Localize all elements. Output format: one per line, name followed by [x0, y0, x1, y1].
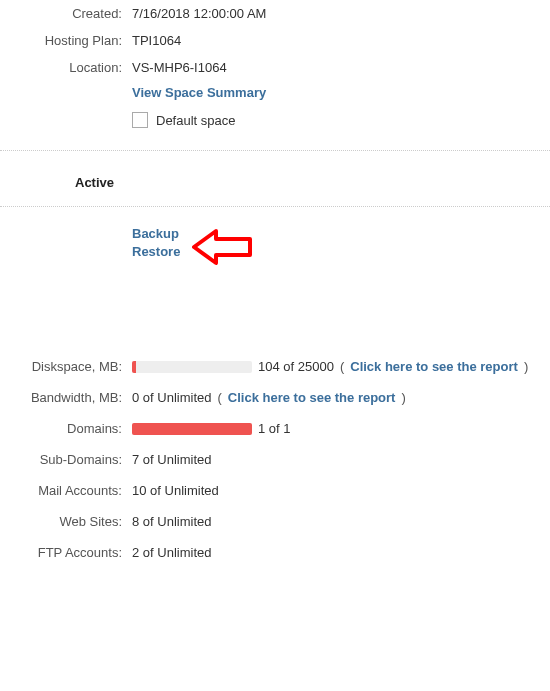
hosting-plan-value: TPI1064: [132, 33, 550, 48]
bandwidth-label: Bandwidth, MB:: [0, 390, 132, 405]
bandwidth-report-link[interactable]: Click here to see the report: [228, 390, 396, 405]
divider-1: [0, 150, 550, 151]
mail-accounts-label: Mail Accounts:: [0, 483, 132, 498]
web-sites-row: Web Sites: 8 of Unlimited: [0, 506, 550, 537]
ftp-accounts-text: 2 of Unlimited: [132, 545, 550, 560]
mail-accounts-text: 10 of Unlimited: [132, 483, 550, 498]
domains-bar: [132, 423, 252, 435]
status-section: Active: [0, 159, 550, 207]
created-row: Created: 7/16/2018 12:00:00 AM: [0, 0, 550, 27]
diskspace-bar-fill: [132, 361, 136, 373]
diskspace-label: Diskspace, MB:: [0, 359, 132, 374]
location-row: Location: VS-MHP6-I1064: [0, 54, 550, 81]
created-label: Created:: [0, 6, 132, 21]
hosting-plan-label: Hosting Plan:: [0, 33, 132, 48]
domains-label: Domains:: [0, 421, 132, 436]
diskspace-report-link[interactable]: Click here to see the report: [350, 359, 518, 374]
created-value: 7/16/2018 12:00:00 AM: [132, 6, 550, 21]
bandwidth-value: 0 of Unlimited (Click here to see the re…: [132, 390, 550, 405]
hosting-plan-row: Hosting Plan: TPI1064: [0, 27, 550, 54]
default-space-label: Default space: [156, 113, 236, 128]
view-space-summary-wrap: View Space Summary: [132, 81, 550, 104]
default-space-row: Default space: [132, 104, 550, 142]
domains-bar-fill: [132, 423, 252, 435]
web-sites-label: Web Sites:: [0, 514, 132, 529]
paren-open: (: [340, 359, 344, 374]
location-label: Location:: [0, 60, 132, 75]
domains-text: 1 of 1: [258, 421, 291, 436]
paren-close: ): [524, 359, 528, 374]
mail-accounts-row: Mail Accounts: 10 of Unlimited: [0, 475, 550, 506]
default-space-checkbox[interactable]: [132, 112, 148, 128]
stats-section: Diskspace, MB: 104 of 25000 (Click here …: [0, 351, 550, 568]
diskspace-bar: [132, 361, 252, 373]
view-space-summary-link[interactable]: View Space Summary: [132, 85, 266, 100]
domains-row: Domains: 1 of 1: [0, 413, 550, 444]
diskspace-text: 104 of 25000: [258, 359, 334, 374]
domains-value: 1 of 1: [132, 421, 550, 436]
diskspace-row: Diskspace, MB: 104 of 25000 (Click here …: [0, 351, 550, 382]
web-sites-text: 8 of Unlimited: [132, 514, 550, 529]
location-value: VS-MHP6-I1064: [132, 60, 550, 75]
bandwidth-row: Bandwidth, MB: 0 of Unlimited (Click her…: [0, 382, 550, 413]
backup-link[interactable]: Backup: [132, 225, 550, 243]
paren-close-2: ): [401, 390, 405, 405]
paren-open-2: (: [217, 390, 221, 405]
ftp-accounts-row: FTP Accounts: 2 of Unlimited: [0, 537, 550, 568]
ftp-accounts-label: FTP Accounts:: [0, 545, 132, 560]
sub-domains-text: 7 of Unlimited: [132, 452, 550, 467]
sub-domains-label: Sub-Domains:: [0, 452, 132, 467]
diskspace-value: 104 of 25000 (Click here to see the repo…: [132, 359, 550, 374]
bandwidth-text: 0 of Unlimited: [132, 390, 211, 405]
actions: Backup Restore: [132, 219, 550, 281]
restore-link[interactable]: Restore: [132, 243, 550, 261]
status-active: Active: [75, 175, 114, 190]
sub-domains-row: Sub-Domains: 7 of Unlimited: [0, 444, 550, 475]
